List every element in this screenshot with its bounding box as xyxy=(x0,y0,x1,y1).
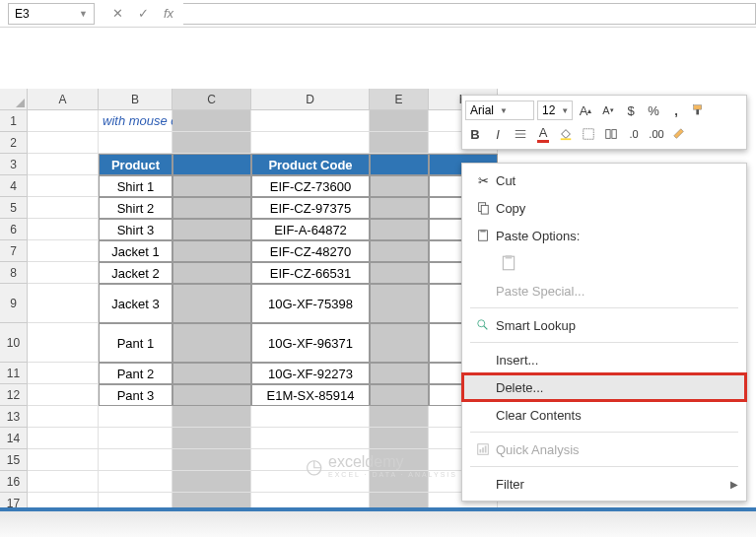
cell[interactable] xyxy=(251,132,370,154)
column-header-c[interactable]: C xyxy=(172,89,251,110)
cell[interactable] xyxy=(28,197,99,219)
cell[interactable] xyxy=(28,471,99,493)
cell[interactable] xyxy=(370,363,429,384)
cell[interactable] xyxy=(28,154,99,175)
bold-icon[interactable]: B xyxy=(465,124,485,144)
cell[interactable] xyxy=(251,428,370,449)
cell[interactable] xyxy=(99,428,172,449)
cell[interactable]: EIF-A-64872 xyxy=(251,219,370,240)
row-header-16[interactable]: 16 xyxy=(0,471,28,493)
cell[interactable] xyxy=(28,428,99,449)
format-painter-icon[interactable] xyxy=(689,101,709,120)
cell[interactable] xyxy=(172,132,251,154)
cell[interactable] xyxy=(172,197,251,219)
cell[interactable]: Pant 3 xyxy=(99,384,172,406)
cell[interactable] xyxy=(370,154,429,175)
cell[interactable] xyxy=(172,323,251,363)
cell[interactable] xyxy=(172,428,251,449)
cell[interactable]: 10G-XF-75398 xyxy=(251,284,370,323)
cell[interactable] xyxy=(370,110,429,132)
row-header-14[interactable]: 14 xyxy=(0,428,28,449)
cell[interactable] xyxy=(251,110,370,132)
cell[interactable]: Product Code xyxy=(251,154,370,175)
font-name-select[interactable]: Arial ▼ xyxy=(465,101,534,120)
align-icon[interactable] xyxy=(511,124,530,144)
cell[interactable]: Pant 1 xyxy=(99,323,172,363)
cell[interactable] xyxy=(172,110,251,132)
cell[interactable] xyxy=(370,384,429,406)
cell[interactable] xyxy=(28,449,99,471)
cell[interactable] xyxy=(370,240,429,262)
row-header-11[interactable]: 11 xyxy=(0,363,28,384)
cell[interactable]: Shirt 2 xyxy=(99,197,172,219)
row-header-13[interactable]: 13 xyxy=(0,406,28,428)
decrease-decimal-icon[interactable]: .0 xyxy=(624,124,644,144)
cell[interactable] xyxy=(370,197,429,219)
menu-smart-lookup[interactable]: Smart Lookup xyxy=(462,311,746,339)
cell[interactable]: EIF-CZ-97375 xyxy=(251,197,370,219)
row-header-15[interactable]: 15 xyxy=(0,449,28,471)
column-header-b[interactable]: B xyxy=(99,89,172,110)
cell[interactable]: EIF-CZ-73600 xyxy=(251,175,370,197)
cell[interactable] xyxy=(99,132,172,154)
row-header-4[interactable]: 4 xyxy=(0,175,28,197)
cell[interactable] xyxy=(370,262,429,284)
row-header-5[interactable]: 5 xyxy=(0,197,28,219)
percent-format-icon[interactable]: % xyxy=(644,101,663,120)
cell[interactable] xyxy=(172,406,251,428)
column-header-a[interactable]: A xyxy=(28,89,99,110)
cell[interactable] xyxy=(28,240,99,262)
menu-filter[interactable]: Filter ▶ xyxy=(462,470,746,498)
cell[interactable] xyxy=(99,449,172,471)
cell[interactable] xyxy=(28,284,99,323)
row-header-10[interactable]: 10 xyxy=(0,323,28,363)
comma-format-icon[interactable]: , xyxy=(666,101,686,120)
row-header-7[interactable]: 7 xyxy=(0,240,28,262)
cell[interactable] xyxy=(172,154,251,175)
select-all-button[interactable] xyxy=(0,89,28,110)
cell[interactable] xyxy=(28,175,99,197)
row-header-3[interactable]: 3 xyxy=(0,154,28,175)
fx-icon[interactable]: fx xyxy=(158,3,179,25)
cell[interactable]: EIF-CZ-48270 xyxy=(251,240,370,262)
font-color-icon[interactable]: A xyxy=(533,124,553,144)
merge-icon[interactable] xyxy=(601,124,621,144)
cell[interactable]: Shirt 1 xyxy=(99,175,172,197)
cell[interactable] xyxy=(28,132,99,154)
cell[interactable]: EIF-CZ-66531 xyxy=(251,262,370,284)
cell[interactable]: Jacket 3 xyxy=(99,284,172,323)
cell[interactable] xyxy=(99,406,172,428)
increase-decimal-icon[interactable]: .00 xyxy=(647,124,666,144)
cell[interactable]: 10G-XF-92273 xyxy=(251,363,370,384)
cell[interactable] xyxy=(28,110,99,132)
cell[interactable] xyxy=(172,175,251,197)
menu-cut[interactable]: ✂ Cut xyxy=(462,167,746,194)
increase-font-icon[interactable]: A▴ xyxy=(576,101,595,120)
accounting-format-icon[interactable]: $ xyxy=(621,101,641,120)
cell[interactable]: Pant 2 xyxy=(99,363,172,384)
menu-insert[interactable]: Insert... xyxy=(462,346,746,373)
cell[interactable] xyxy=(370,175,429,197)
row-header-12[interactable]: 12 xyxy=(0,384,28,406)
cell[interactable]: 10G-XF-96371 xyxy=(251,323,370,363)
row-header-8[interactable]: 8 xyxy=(0,262,28,284)
menu-copy[interactable]: Copy xyxy=(462,194,746,222)
cell[interactable] xyxy=(28,219,99,240)
cell[interactable] xyxy=(28,262,99,284)
row-header-2[interactable]: 2 xyxy=(0,132,28,154)
row-header-6[interactable]: 6 xyxy=(0,219,28,240)
menu-clear-contents[interactable]: Clear Contents xyxy=(462,401,746,429)
cell[interactable] xyxy=(172,471,251,493)
menu-delete[interactable]: Delete... xyxy=(462,373,746,401)
cell[interactable] xyxy=(370,132,429,154)
cell[interactable] xyxy=(172,363,251,384)
decrease-font-icon[interactable]: A▾ xyxy=(598,101,618,120)
cell[interactable]: Jacket 1 xyxy=(99,240,172,262)
borders-icon[interactable] xyxy=(579,124,598,144)
cell[interactable]: Shirt 3 xyxy=(99,219,172,240)
formula-input[interactable] xyxy=(183,3,756,25)
format-cells-icon[interactable] xyxy=(669,124,689,144)
cell[interactable] xyxy=(172,262,251,284)
cell[interactable]: with mouse click xyxy=(99,110,172,132)
row-header-9[interactable]: 9 xyxy=(0,284,28,323)
